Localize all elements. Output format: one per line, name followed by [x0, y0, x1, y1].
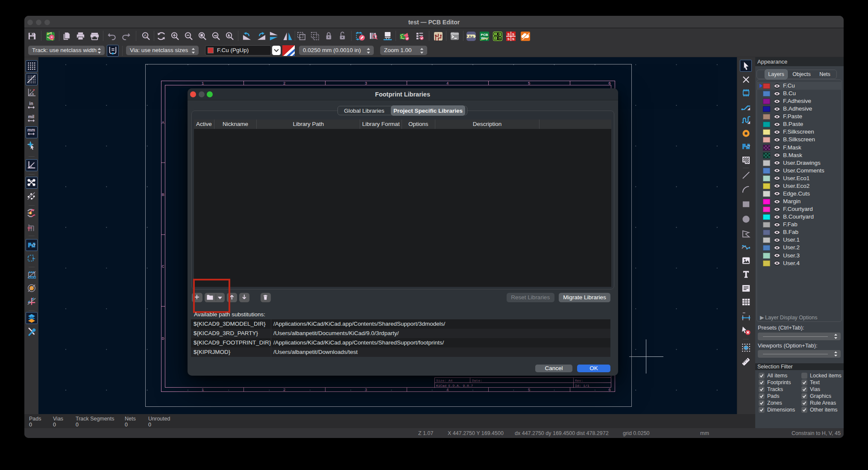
svg-text:5: 5 [528, 81, 531, 86]
svg-text:A: A [162, 120, 164, 125]
svg-text:2: 2 [283, 388, 286, 392]
svg-text:5: 5 [528, 388, 531, 392]
svg-text:1: 1 [202, 388, 204, 392]
svg-text:3: 3 [365, 388, 367, 392]
svg-text:KiCad E.D.A. 9.0.7: KiCad E.D.A. 9.0.7 [436, 384, 473, 388]
svg-text:D: D [162, 336, 164, 341]
svg-text:1: 1 [202, 81, 204, 86]
svg-text:Date:: Date: [472, 379, 482, 382]
svg-text:6: 6 [608, 388, 611, 392]
svg-text:6: 6 [608, 81, 611, 86]
svg-text:4: 4 [446, 81, 449, 86]
svg-text:3: 3 [365, 81, 367, 86]
svg-text:Id: 1/1: Id: 1/1 [575, 384, 589, 388]
svg-text:C: C [162, 264, 164, 269]
svg-text:Rev:: Rev: [575, 379, 583, 382]
svg-text:B: B [162, 193, 164, 197]
svg-text:4: 4 [446, 388, 449, 392]
svg-text:Size: A4: Size: A4 [436, 379, 453, 382]
svg-text:2: 2 [283, 81, 286, 86]
